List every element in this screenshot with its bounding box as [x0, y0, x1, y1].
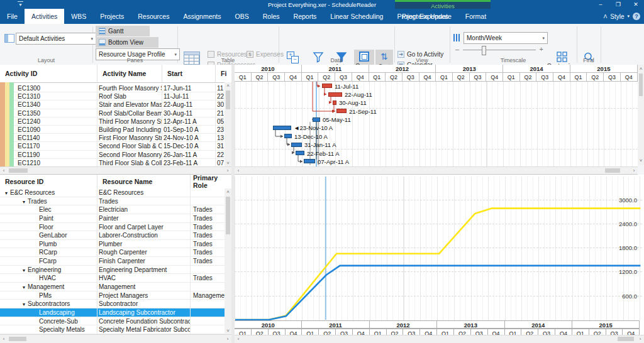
collapse-arrow-icon[interactable]: ▾ [5, 190, 8, 196]
timescale-quarter[interactable]: Q1 [570, 73, 587, 82]
timescale-quarter[interactable]: Q2 [520, 73, 537, 82]
timescale-year-2012[interactable]: 2012 [369, 65, 436, 73]
chevron-right-icon[interactable]: › [638, 336, 643, 342]
tab-resources[interactable]: Resources [131, 9, 176, 24]
timescale-quarter[interactable]: Q3 [604, 73, 621, 82]
close-button[interactable]: ✕ [628, 0, 644, 9]
gantt-bar-critical[interactable] [333, 101, 336, 105]
column-header-primary-role[interactable]: Primary Role [191, 175, 225, 188]
collapse-arrow-icon[interactable]: ▾ [23, 268, 25, 273]
timescale-quarter[interactable]: Q4 [621, 73, 638, 82]
table-row-resource-management[interactable]: ▾ManagementManagement [0, 283, 225, 291]
gantt-bar-critical[interactable] [336, 109, 347, 113]
table-row-resource-genlabor[interactable]: GenLaborLaborer-ConstructionTrades [0, 231, 225, 240]
timescale-quarter[interactable]: Q2 [587, 73, 604, 82]
table-row-resource-plumb[interactable]: PlumbPlumberTrades [0, 240, 225, 249]
collapse-arrow-icon[interactable]: ▾ [23, 302, 25, 307]
tab-reports[interactable]: Reports [287, 9, 324, 24]
timescale-quarter[interactable]: Q1 [369, 73, 386, 82]
gantt-bar-critical[interactable] [328, 92, 342, 97]
profile-chart-plot[interactable]: 600.01200.01800.02400.03000.0 [235, 177, 642, 320]
minimize-button[interactable]: – [592, 0, 609, 9]
chevron-up-icon[interactable]: ˄ [638, 66, 644, 72]
layout-combo[interactable]: Default Activities▾ [16, 33, 96, 45]
timescale-quarter[interactable]: Q4 [419, 73, 436, 82]
style-dropdown-icon[interactable]: ▾ [627, 14, 630, 19]
table-row-activity-EC1300[interactable]: EC1300Fourth Floor Masonry Struc17-Jun-1… [14, 84, 225, 92]
gantt-chart-area[interactable]: 11-Jul-1122-Aug-1130-Aug-1121-Sep-1105-M… [235, 82, 638, 167]
timescale-year-2015[interactable]: 2015 [570, 65, 638, 73]
table-row-resource-e&c-resources[interactable]: ▾E&C ResourcesE&C Resources [0, 188, 225, 197]
table-row-resource-engineering[interactable]: ▾EngineeringEngineering Department [0, 266, 225, 275]
chevron-left-icon[interactable]: ‹ [236, 336, 241, 342]
column-header-start[interactable]: Start [162, 65, 216, 82]
table-row-activity-EC1310[interactable]: EC1310Roof Slab11-Jul-1122 [14, 92, 225, 101]
table-row-resource-floor[interactable]: FloorFloor and Carpet LayerTrades [0, 223, 225, 232]
chevron-down-icon[interactable]: ˅ [638, 158, 644, 164]
style-menu-label[interactable]: Style [610, 13, 624, 20]
table-row-resource-landscaping[interactable]: LandscapingLandscaping Subcontractor [0, 308, 225, 317]
chevron-up-icon[interactable]: ˄ [225, 189, 231, 195]
timescale-combo[interactable]: Month/Week▾ [464, 32, 548, 44]
tab-format[interactable]: Format [458, 9, 493, 24]
resource-horizontal-scrollbar[interactable]: ‹ › [0, 334, 231, 343]
collapse-ribbon-icon[interactable]: ᐱ [604, 14, 607, 19]
gantt-bar-complete[interactable] [296, 151, 304, 155]
table-row-resource-fcarp[interactable]: FCarpFinish CarpenterTrades [0, 257, 225, 266]
column-header-activity-id[interactable]: Activity ID [0, 65, 97, 82]
table-row-activity-EC1140[interactable]: EC1140First Floor Masonry Structu24-Nov-… [14, 134, 225, 142]
tab-roles[interactable]: Roles [256, 9, 287, 24]
table-row-resource-rcarp[interactable]: RCarpRough CarpenterTrades [0, 248, 225, 257]
timescale-year-2014[interactable]: 2014 [505, 320, 572, 329]
timescale-zoom-slider[interactable]: – + [455, 45, 543, 55]
chevron-left-icon[interactable]: ‹ [1, 336, 6, 342]
gantt-bar-complete[interactable] [313, 117, 320, 122]
tab-linear-scheduling[interactable]: Linear Scheduling [323, 9, 390, 24]
column-header-finish[interactable]: Fi [216, 65, 225, 82]
chevron-left-icon[interactable]: ‹ [236, 168, 241, 174]
table-row-activity-EC1170[interactable]: EC1170Second Floor Slab & Collar15-Dec-1… [14, 142, 225, 150]
timescale-quarter[interactable]: Q2 [386, 73, 402, 82]
gantt-bar-complete[interactable] [284, 134, 292, 138]
timescale-quarter[interactable]: Q1 [436, 73, 453, 82]
activity-vertical-scrollbar[interactable]: ˄ ˅ [225, 82, 231, 167]
resource-vertical-scrollbar[interactable]: ˄ ˅ [225, 188, 231, 335]
table-row-activity-EC1090[interactable]: EC1090Building Pad Including UG U01-Sep-… [14, 126, 225, 134]
activity-horizontal-scrollbar[interactable]: ‹ › [0, 166, 231, 174]
timescale-quarter[interactable]: Q4 [486, 73, 503, 82]
table-row-resource-elec[interactable]: ElecElectricianTrades [0, 205, 225, 214]
maximize-button[interactable]: ❐ [610, 0, 626, 9]
table-row-resource-pms[interactable]: PMsProject ManagersManagement [0, 291, 225, 300]
table-row-resource-concrete-sub[interactable]: Concrete-SubConcrete Foundation Subcontr… [0, 317, 225, 326]
timescale-quarter[interactable]: Q3 [536, 73, 553, 82]
column-header-resource-id[interactable]: Resource ID [0, 175, 97, 188]
timescale-year-2010[interactable]: 2010 [235, 65, 302, 73]
gantt-toggle-button[interactable]: Gantt [96, 26, 150, 36]
profile-horizontal-scrollbar[interactable]: ‹ › [235, 335, 644, 343]
timescale-year-2013[interactable]: 2013 [436, 65, 503, 73]
tab-file[interactable]: File [0, 9, 25, 24]
column-header-resource-name[interactable]: Resource Name [97, 175, 191, 188]
gantt-bar-complete[interactable] [291, 143, 302, 147]
collapse-arrow-icon[interactable]: ▾ [23, 199, 25, 205]
gantt-horizontal-scrollbar[interactable]: ‹ › [235, 166, 638, 174]
timescale-quarter[interactable]: Q4 [553, 73, 570, 82]
chevron-right-icon[interactable]: › [225, 336, 230, 342]
tab-activities[interactable]: Activities [25, 9, 64, 24]
timescale-year-2013[interactable]: 2013 [437, 320, 504, 329]
gantt-timescale-header[interactable]: 201020112012201320142015Q1Q2Q3Q4Q1Q2Q3Q4… [235, 65, 638, 82]
timescale-year-2010[interactable]: 2010 [235, 320, 302, 329]
gantt-bar-complete[interactable] [304, 159, 315, 163]
gantt-bar-critical[interactable] [322, 84, 332, 88]
tab-wbs[interactable]: WBS [64, 9, 93, 24]
table-row-resource-subcontractors[interactable]: ▾SubcontractorsSubcontractor [0, 300, 225, 308]
timescale-quarter[interactable]: Q4 [285, 73, 302, 82]
table-row-resource-trades[interactable]: ▾TradesTrades [0, 197, 225, 206]
help-icon[interactable]: ? [633, 13, 640, 20]
bottom-view-toggle-button[interactable]: Bottom View [96, 37, 158, 48]
timescale-quarter[interactable]: Q2 [318, 73, 335, 82]
chevron-right-icon[interactable]: › [631, 168, 636, 174]
timescale-quarter[interactable]: Q3 [402, 73, 419, 82]
timescale-year-2014[interactable]: 2014 [503, 65, 570, 73]
tab-projects[interactable]: Projects [93, 9, 131, 24]
